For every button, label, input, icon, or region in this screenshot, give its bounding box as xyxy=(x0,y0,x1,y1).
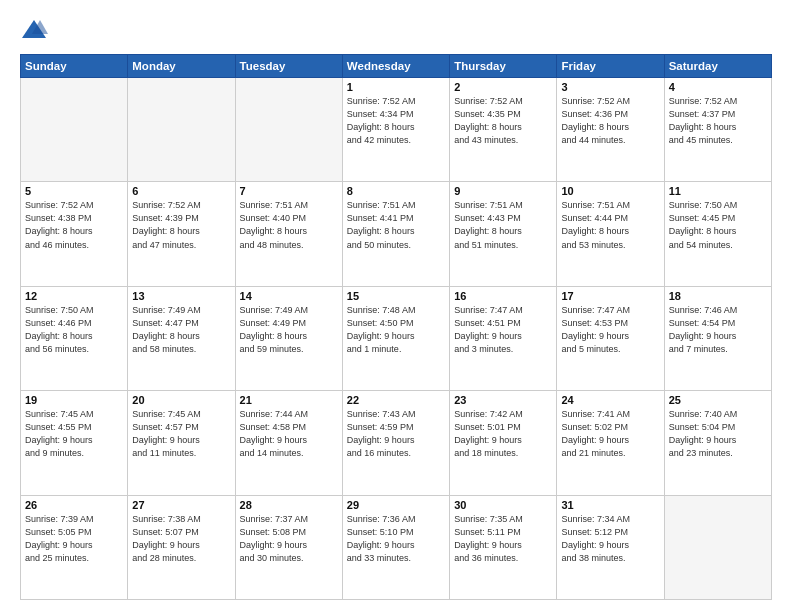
day-info: Sunrise: 7:47 AMSunset: 4:51 PMDaylight:… xyxy=(454,304,552,356)
day-info: Sunrise: 7:51 AMSunset: 4:41 PMDaylight:… xyxy=(347,199,445,251)
calendar-cell: 26Sunrise: 7:39 AMSunset: 5:05 PMDayligh… xyxy=(21,495,128,599)
day-info: Sunrise: 7:47 AMSunset: 4:53 PMDaylight:… xyxy=(561,304,659,356)
calendar-week-5: 26Sunrise: 7:39 AMSunset: 5:05 PMDayligh… xyxy=(21,495,772,599)
day-number: 25 xyxy=(669,394,767,406)
day-info: Sunrise: 7:52 AMSunset: 4:39 PMDaylight:… xyxy=(132,199,230,251)
calendar-cell: 6Sunrise: 7:52 AMSunset: 4:39 PMDaylight… xyxy=(128,182,235,286)
calendar-cell: 21Sunrise: 7:44 AMSunset: 4:58 PMDayligh… xyxy=(235,391,342,495)
calendar-cell: 20Sunrise: 7:45 AMSunset: 4:57 PMDayligh… xyxy=(128,391,235,495)
day-number: 15 xyxy=(347,290,445,302)
day-header-tuesday: Tuesday xyxy=(235,55,342,78)
calendar-cell: 31Sunrise: 7:34 AMSunset: 5:12 PMDayligh… xyxy=(557,495,664,599)
day-info: Sunrise: 7:52 AMSunset: 4:37 PMDaylight:… xyxy=(669,95,767,147)
calendar-week-3: 12Sunrise: 7:50 AMSunset: 4:46 PMDayligh… xyxy=(21,286,772,390)
day-info: Sunrise: 7:52 AMSunset: 4:35 PMDaylight:… xyxy=(454,95,552,147)
day-number: 3 xyxy=(561,81,659,93)
day-info: Sunrise: 7:52 AMSunset: 4:38 PMDaylight:… xyxy=(25,199,123,251)
calendar-table: SundayMondayTuesdayWednesdayThursdayFrid… xyxy=(20,54,772,600)
day-info: Sunrise: 7:51 AMSunset: 4:40 PMDaylight:… xyxy=(240,199,338,251)
day-number: 2 xyxy=(454,81,552,93)
header xyxy=(20,16,772,44)
calendar-cell: 29Sunrise: 7:36 AMSunset: 5:10 PMDayligh… xyxy=(342,495,449,599)
calendar-cell: 18Sunrise: 7:46 AMSunset: 4:54 PMDayligh… xyxy=(664,286,771,390)
day-number: 5 xyxy=(25,185,123,197)
day-number: 21 xyxy=(240,394,338,406)
day-info: Sunrise: 7:42 AMSunset: 5:01 PMDaylight:… xyxy=(454,408,552,460)
calendar-week-4: 19Sunrise: 7:45 AMSunset: 4:55 PMDayligh… xyxy=(21,391,772,495)
calendar-cell: 23Sunrise: 7:42 AMSunset: 5:01 PMDayligh… xyxy=(450,391,557,495)
day-info: Sunrise: 7:50 AMSunset: 4:45 PMDaylight:… xyxy=(669,199,767,251)
day-number: 23 xyxy=(454,394,552,406)
day-header-monday: Monday xyxy=(128,55,235,78)
day-number: 11 xyxy=(669,185,767,197)
day-number: 27 xyxy=(132,499,230,511)
calendar-cell: 22Sunrise: 7:43 AMSunset: 4:59 PMDayligh… xyxy=(342,391,449,495)
logo-icon xyxy=(20,16,48,44)
calendar-cell xyxy=(128,78,235,182)
day-info: Sunrise: 7:43 AMSunset: 4:59 PMDaylight:… xyxy=(347,408,445,460)
calendar-cell: 12Sunrise: 7:50 AMSunset: 4:46 PMDayligh… xyxy=(21,286,128,390)
calendar-cell: 25Sunrise: 7:40 AMSunset: 5:04 PMDayligh… xyxy=(664,391,771,495)
calendar-cell: 7Sunrise: 7:51 AMSunset: 4:40 PMDaylight… xyxy=(235,182,342,286)
day-info: Sunrise: 7:50 AMSunset: 4:46 PMDaylight:… xyxy=(25,304,123,356)
day-number: 26 xyxy=(25,499,123,511)
calendar-cell: 9Sunrise: 7:51 AMSunset: 4:43 PMDaylight… xyxy=(450,182,557,286)
calendar-cell: 3Sunrise: 7:52 AMSunset: 4:36 PMDaylight… xyxy=(557,78,664,182)
day-number: 10 xyxy=(561,185,659,197)
calendar-header-row: SundayMondayTuesdayWednesdayThursdayFrid… xyxy=(21,55,772,78)
calendar-cell: 16Sunrise: 7:47 AMSunset: 4:51 PMDayligh… xyxy=(450,286,557,390)
day-number: 9 xyxy=(454,185,552,197)
calendar-cell: 28Sunrise: 7:37 AMSunset: 5:08 PMDayligh… xyxy=(235,495,342,599)
day-number: 6 xyxy=(132,185,230,197)
day-info: Sunrise: 7:51 AMSunset: 4:43 PMDaylight:… xyxy=(454,199,552,251)
day-info: Sunrise: 7:51 AMSunset: 4:44 PMDaylight:… xyxy=(561,199,659,251)
calendar-cell: 11Sunrise: 7:50 AMSunset: 4:45 PMDayligh… xyxy=(664,182,771,286)
day-info: Sunrise: 7:49 AMSunset: 4:49 PMDaylight:… xyxy=(240,304,338,356)
day-number: 22 xyxy=(347,394,445,406)
day-number: 16 xyxy=(454,290,552,302)
day-header-saturday: Saturday xyxy=(664,55,771,78)
calendar-cell: 8Sunrise: 7:51 AMSunset: 4:41 PMDaylight… xyxy=(342,182,449,286)
day-header-wednesday: Wednesday xyxy=(342,55,449,78)
day-number: 8 xyxy=(347,185,445,197)
day-info: Sunrise: 7:37 AMSunset: 5:08 PMDaylight:… xyxy=(240,513,338,565)
day-header-thursday: Thursday xyxy=(450,55,557,78)
day-number: 30 xyxy=(454,499,552,511)
calendar-cell: 15Sunrise: 7:48 AMSunset: 4:50 PMDayligh… xyxy=(342,286,449,390)
day-info: Sunrise: 7:40 AMSunset: 5:04 PMDaylight:… xyxy=(669,408,767,460)
day-number: 12 xyxy=(25,290,123,302)
day-number: 7 xyxy=(240,185,338,197)
day-number: 31 xyxy=(561,499,659,511)
day-info: Sunrise: 7:44 AMSunset: 4:58 PMDaylight:… xyxy=(240,408,338,460)
calendar-week-1: 1Sunrise: 7:52 AMSunset: 4:34 PMDaylight… xyxy=(21,78,772,182)
calendar-cell: 14Sunrise: 7:49 AMSunset: 4:49 PMDayligh… xyxy=(235,286,342,390)
calendar-cell xyxy=(235,78,342,182)
day-info: Sunrise: 7:39 AMSunset: 5:05 PMDaylight:… xyxy=(25,513,123,565)
calendar-cell: 1Sunrise: 7:52 AMSunset: 4:34 PMDaylight… xyxy=(342,78,449,182)
day-header-sunday: Sunday xyxy=(21,55,128,78)
day-number: 14 xyxy=(240,290,338,302)
day-number: 24 xyxy=(561,394,659,406)
day-number: 20 xyxy=(132,394,230,406)
day-info: Sunrise: 7:48 AMSunset: 4:50 PMDaylight:… xyxy=(347,304,445,356)
calendar-cell: 24Sunrise: 7:41 AMSunset: 5:02 PMDayligh… xyxy=(557,391,664,495)
calendar-cell: 2Sunrise: 7:52 AMSunset: 4:35 PMDaylight… xyxy=(450,78,557,182)
calendar-cell: 19Sunrise: 7:45 AMSunset: 4:55 PMDayligh… xyxy=(21,391,128,495)
day-info: Sunrise: 7:41 AMSunset: 5:02 PMDaylight:… xyxy=(561,408,659,460)
day-header-friday: Friday xyxy=(557,55,664,78)
day-info: Sunrise: 7:45 AMSunset: 4:57 PMDaylight:… xyxy=(132,408,230,460)
day-info: Sunrise: 7:45 AMSunset: 4:55 PMDaylight:… xyxy=(25,408,123,460)
calendar-cell: 10Sunrise: 7:51 AMSunset: 4:44 PMDayligh… xyxy=(557,182,664,286)
day-number: 13 xyxy=(132,290,230,302)
page: SundayMondayTuesdayWednesdayThursdayFrid… xyxy=(0,0,792,612)
day-info: Sunrise: 7:34 AMSunset: 5:12 PMDaylight:… xyxy=(561,513,659,565)
day-number: 28 xyxy=(240,499,338,511)
day-info: Sunrise: 7:46 AMSunset: 4:54 PMDaylight:… xyxy=(669,304,767,356)
calendar-cell xyxy=(664,495,771,599)
day-info: Sunrise: 7:36 AMSunset: 5:10 PMDaylight:… xyxy=(347,513,445,565)
calendar-cell: 27Sunrise: 7:38 AMSunset: 5:07 PMDayligh… xyxy=(128,495,235,599)
day-info: Sunrise: 7:38 AMSunset: 5:07 PMDaylight:… xyxy=(132,513,230,565)
calendar-cell: 4Sunrise: 7:52 AMSunset: 4:37 PMDaylight… xyxy=(664,78,771,182)
day-info: Sunrise: 7:52 AMSunset: 4:34 PMDaylight:… xyxy=(347,95,445,147)
day-info: Sunrise: 7:52 AMSunset: 4:36 PMDaylight:… xyxy=(561,95,659,147)
